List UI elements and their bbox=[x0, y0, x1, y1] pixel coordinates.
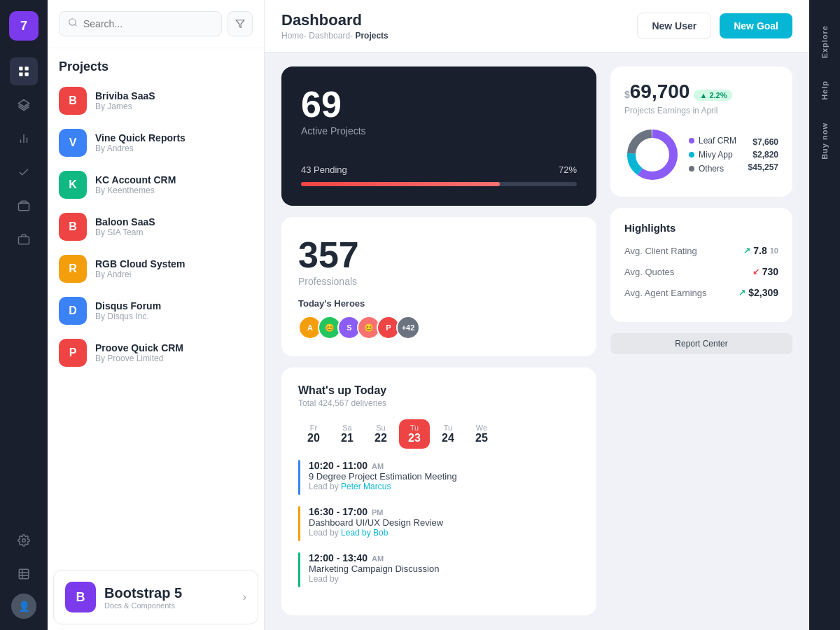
sidebar-icon-stack[interactable] bbox=[10, 192, 38, 220]
sidebar-icon-layers[interactable] bbox=[10, 91, 38, 119]
project-item[interactable]: B Briviba SaaS By James bbox=[53, 80, 258, 122]
project-logo: D bbox=[59, 297, 87, 325]
event-lead: Lead by Peter Marcus bbox=[309, 482, 457, 491]
highlight-row: Avg. Agent Earnings ↗ $2,309 bbox=[624, 287, 778, 298]
prof-label: Professionals bbox=[298, 276, 580, 287]
earnings-amount: 69,700 bbox=[630, 80, 690, 103]
donut-section: Leaf CRM Mivy App Others $7,660 bbox=[624, 127, 778, 183]
whatsup-card: What's up Today Total 424,567 deliveries… bbox=[281, 368, 596, 615]
ap-progress-bar bbox=[301, 182, 577, 186]
project-item[interactable]: R RGB Cloud System By Andrei bbox=[53, 248, 258, 290]
project-name: KC Account CRM bbox=[95, 174, 176, 186]
event-name: Dashboard UI/UX Design Review bbox=[309, 517, 443, 528]
legend-values: $7,660 $2,820 $45,257 bbox=[748, 137, 778, 172]
dashboard-body: 69 Active Projects 43 Pending 72% 357 Pr… bbox=[265, 52, 809, 630]
main-content: Dashboard Home- Dashboard- Projects New … bbox=[265, 0, 809, 630]
bootstrap-icon: B bbox=[65, 582, 96, 612]
svg-point-10 bbox=[22, 539, 26, 542]
sidebar-icon-check[interactable] bbox=[10, 158, 38, 186]
sidebar-icon-chart[interactable] bbox=[10, 125, 38, 153]
event-name: Marketing Campaign Discussion bbox=[309, 564, 439, 574]
sidebar-icon-table[interactable] bbox=[10, 560, 38, 588]
whatsup-title: What's up Today bbox=[298, 384, 580, 397]
project-logo: P bbox=[59, 339, 87, 367]
filter-button[interactable] bbox=[227, 11, 253, 36]
event-lead-link[interactable]: Lead by Bob bbox=[341, 528, 388, 538]
legend-val-3: $45,257 bbox=[748, 162, 778, 172]
ap-label: Active Projects bbox=[301, 125, 577, 136]
event-time: 12:00 - 13:40 AM bbox=[309, 552, 439, 564]
project-name: RGB Cloud System bbox=[95, 258, 185, 270]
project-item[interactable]: V Vine Quick Reports By Andres bbox=[53, 122, 258, 164]
event-lead-link[interactable]: Peter Marcus bbox=[341, 482, 391, 491]
bootstrap-sub: Docs & Components bbox=[104, 601, 182, 610]
highlight-value: ↗ $2,309 bbox=[738, 287, 778, 298]
svg-marker-17 bbox=[236, 20, 244, 28]
event-item: 12:00 - 13:40 AM Marketing Campaign Disc… bbox=[298, 552, 580, 587]
calendar-day[interactable]: Fr 20 bbox=[298, 419, 329, 449]
project-item[interactable]: B Baloon SaaS By SIA Team bbox=[53, 206, 258, 248]
highlight-label: Avg. Agent Earnings bbox=[624, 288, 707, 298]
donut-chart bbox=[624, 127, 680, 183]
sidebar-icon-grid[interactable] bbox=[10, 57, 38, 85]
highlights-rows: Avg. Client Rating ↗ 7.8 10 Avg. Quotes … bbox=[624, 245, 778, 298]
svg-line-16 bbox=[75, 24, 77, 27]
new-user-button[interactable]: New User bbox=[637, 13, 711, 39]
project-by: By Proove Limited bbox=[95, 354, 183, 363]
project-by: By Keenthemes bbox=[95, 186, 176, 195]
user-avatar[interactable]: 👤 bbox=[11, 594, 36, 619]
heroes-label: Today's Heroes bbox=[298, 298, 580, 309]
sidebar-icon-settings[interactable] bbox=[10, 526, 38, 554]
breadcrumb: Home- Dashboard- Projects bbox=[281, 31, 388, 41]
project-name: Disqus Forum bbox=[95, 300, 161, 312]
calendar-day[interactable]: Su 22 bbox=[365, 419, 396, 449]
search-input-wrap[interactable] bbox=[59, 11, 222, 36]
project-logo: B bbox=[59, 87, 87, 115]
calendar-day[interactable]: Sa 21 bbox=[332, 419, 363, 449]
highlight-label: Avg. Client Rating bbox=[624, 246, 697, 256]
calendar-day[interactable]: Tu 24 bbox=[433, 419, 463, 449]
bootstrap-label: Bootstrap 5 bbox=[104, 585, 182, 601]
event-lead: Lead by Lead by Bob bbox=[309, 528, 443, 538]
project-logo: V bbox=[59, 129, 87, 157]
bootstrap-card[interactable]: B Bootstrap 5 Docs & Components › bbox=[53, 570, 258, 624]
svg-rect-3 bbox=[25, 73, 29, 76]
buy-now-label[interactable]: Buy now bbox=[818, 111, 832, 171]
report-center-button[interactable]: Report Center bbox=[610, 333, 792, 354]
help-label[interactable]: Help bbox=[818, 69, 832, 111]
new-goal-button[interactable]: New Goal bbox=[720, 13, 792, 38]
sidebar-icon-briefcase[interactable] bbox=[10, 225, 38, 253]
search-input[interactable] bbox=[83, 18, 213, 29]
calendar-day[interactable]: Tu 23 bbox=[399, 419, 430, 449]
legend-item-3: Others bbox=[689, 164, 736, 174]
project-item[interactable]: P Proove Quick CRM By Proove Limited bbox=[53, 332, 258, 374]
ap-pending: 43 Pending bbox=[301, 164, 347, 175]
project-by: By SIA Team bbox=[95, 227, 155, 237]
legend: Leaf CRM Mivy App Others bbox=[689, 136, 736, 174]
avatar-circle: +42 bbox=[396, 316, 420, 340]
legend-item-2: Mivy App bbox=[689, 150, 736, 160]
event-name: 9 Degree Project Estimation Meeting bbox=[309, 471, 457, 482]
calendar-day[interactable]: We 25 bbox=[466, 419, 497, 449]
header-left: Dashboard Home- Dashboard- Projects bbox=[281, 11, 388, 41]
projects-panel: Projects B Briviba SaaS By James V Vine … bbox=[48, 0, 265, 630]
ap-number: 69 bbox=[301, 86, 577, 122]
project-name: Vine Quick Reports bbox=[95, 132, 186, 144]
project-logo: K bbox=[59, 171, 87, 199]
project-item[interactable]: D Disqus Forum By Disqus Inc. bbox=[53, 290, 258, 332]
breadcrumb-active: Projects bbox=[355, 31, 388, 41]
svg-rect-2 bbox=[19, 73, 22, 76]
highlight-value: ↗ 7.8 10 bbox=[743, 245, 778, 256]
event-item: 16:30 - 17:00 PM Dashboard UI/UX Design … bbox=[298, 506, 580, 541]
breadcrumb-home[interactable]: Home- bbox=[281, 31, 307, 41]
breadcrumb-dashboard[interactable]: Dashboard- bbox=[309, 31, 353, 41]
project-item[interactable]: K KC Account CRM By Keenthemes bbox=[53, 164, 258, 206]
search-icon bbox=[68, 18, 78, 30]
project-by: By Disqus Inc. bbox=[95, 312, 161, 321]
svg-rect-9 bbox=[19, 237, 29, 244]
explore-label[interactable]: Explore bbox=[818, 14, 832, 69]
ap-percent: 72% bbox=[559, 164, 577, 175]
event-time: 10:20 - 11:00 AM bbox=[309, 460, 457, 471]
avatars-row: A😊S😊P+42 bbox=[298, 316, 580, 340]
project-logo: R bbox=[59, 255, 87, 283]
